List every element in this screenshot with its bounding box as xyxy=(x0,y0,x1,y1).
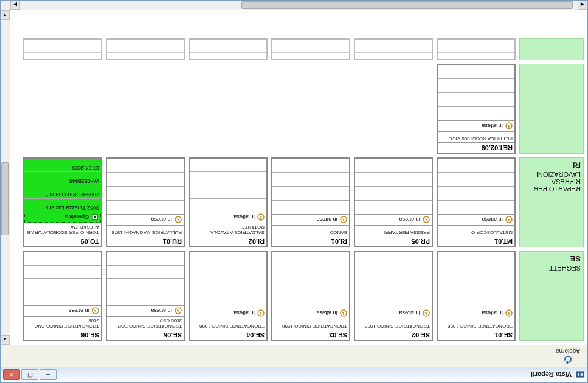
machine-card[interactable]: SE.06TRONCATRICE SINICO CNC 2008In attes… xyxy=(23,251,102,341)
grid-spacer xyxy=(13,251,19,341)
machine-status: In attesa xyxy=(438,214,514,225)
machine-card-empty[interactable] xyxy=(271,38,350,60)
card-row xyxy=(190,171,266,185)
card-row xyxy=(107,265,184,278)
machine-card[interactable]: MT.01METALLOSCOPIOIn attesa xyxy=(437,157,516,247)
status-label: In attesa xyxy=(151,217,172,223)
machine-card[interactable]: SE.03TRONCATRICE SINICO 1998In attesa xyxy=(271,251,350,341)
machine-card[interactable]: SE.04TRONCATRICE SINICO 1998In attesa xyxy=(189,251,268,341)
machine-card[interactable]: TO.09TORNIO PER SCOBOLATURA E ALESATURAO… xyxy=(23,157,102,247)
card-rows xyxy=(272,159,349,214)
app-icon xyxy=(575,370,585,380)
toolbar: Aggiorna xyxy=(1,345,587,367)
machine-desc: TRONCATRICE SINICO 1998 xyxy=(355,319,432,330)
viewport: SEGHETTISESE.01TRONCATRICE SINICO 1998In… xyxy=(1,1,587,345)
maximize-button[interactable]: ☐ xyxy=(21,370,38,381)
card-row xyxy=(438,294,514,308)
clock-icon xyxy=(340,310,347,317)
machine-code: SE.03 xyxy=(272,330,349,340)
clock-icon xyxy=(175,216,182,224)
status-label: In attesa xyxy=(399,217,420,223)
vertical-scrollbar[interactable]: ▲ ▼ xyxy=(1,10,10,345)
scroll-left-button[interactable]: ◀ xyxy=(578,1,587,10)
machine-card-empty[interactable] xyxy=(23,38,102,60)
card-row xyxy=(438,159,514,172)
machine-card[interactable]: RET.02.09RETTIFICA ROSSI 300 VICOIn atte… xyxy=(437,64,516,154)
card-row xyxy=(438,65,514,78)
machine-code: SE.04 xyxy=(190,330,266,340)
department-name: SEGHETTI xyxy=(522,264,581,272)
empty-slot xyxy=(189,64,268,154)
scroll-right-button[interactable]: ▶ xyxy=(10,1,20,10)
machine-desc: PRESSA PER TAPPI xyxy=(355,225,432,236)
scroll-down-button[interactable]: ▼ xyxy=(1,10,10,20)
hscroll-thumb[interactable] xyxy=(241,1,573,9)
machine-card-empty[interactable] xyxy=(354,38,433,60)
machine-card-empty[interactable] xyxy=(189,38,268,60)
clock-icon xyxy=(257,214,265,221)
department-name: REPARTO PER RIPRESA LAVORAZIONI xyxy=(522,171,581,193)
machine-card[interactable]: SE.01TRONCATRICE SINICO 1998In attesa xyxy=(437,251,516,341)
card-row xyxy=(190,266,266,280)
machine-card[interactable]: RI.01BANCOIn attesa xyxy=(271,157,350,247)
status-label: In attesa xyxy=(233,215,255,221)
machine-status: In attesa xyxy=(107,214,184,225)
card-row xyxy=(272,280,349,294)
card-row xyxy=(355,186,432,200)
horizontal-scrollbar[interactable]: ◀ ▶ xyxy=(10,1,587,10)
card-rows xyxy=(24,252,101,305)
machine-card[interactable]: RI.02SALDATRICE A TAVOLA ROTANTEIn attes… xyxy=(189,157,268,247)
svg-rect-0 xyxy=(576,373,584,378)
close-button[interactable]: ✕ xyxy=(3,370,20,381)
card-row xyxy=(438,106,514,120)
card-row xyxy=(272,172,349,186)
card-rows: 0052 Turazza Luciano2009-MOP-0008901 ^WA… xyxy=(24,159,101,212)
machine-code: SE.06 xyxy=(24,330,101,340)
refresh-button[interactable]: Aggiorna xyxy=(552,347,584,365)
machine-card[interactable]: PR.05PRESSA PER TAPPIIn attesa xyxy=(354,157,433,247)
card-row xyxy=(355,200,432,214)
scroll-area[interactable]: SEGHETTISESE.01TRONCATRICE SINICO 1998In… xyxy=(10,10,587,345)
card-row xyxy=(355,266,432,280)
machine-card-empty[interactable] xyxy=(106,38,185,60)
machine-card[interactable]: SE.05TRONCATRICE SINICO TOP 2000 CSVIn a… xyxy=(106,251,185,341)
machine-code: SE.01 xyxy=(438,330,514,340)
machine-desc: TRONCATRICE SINICO 1998 xyxy=(190,319,266,330)
minimize-button[interactable]: ─ xyxy=(40,370,57,381)
department-grid: SEGHETTISESE.01TRONCATRICE SINICO 1998In… xyxy=(10,35,587,345)
machine-code: RI.02 xyxy=(190,236,266,246)
card-rows xyxy=(438,159,514,214)
department-header xyxy=(519,38,584,60)
machine-card[interactable]: SE.02TRONCATRICE SINICO 1998In attesa xyxy=(354,251,433,341)
grid-spacer xyxy=(13,38,19,60)
card-row xyxy=(190,294,266,308)
vscroll-thumb[interactable] xyxy=(1,162,9,235)
empty-slot xyxy=(106,64,185,154)
machine-status: In attesa xyxy=(107,305,184,316)
card-row xyxy=(438,92,514,106)
status-label: In attesa xyxy=(233,311,255,317)
card-row xyxy=(24,252,101,265)
machine-desc: TRONCATRICE SINICO 1998 xyxy=(438,319,514,330)
status-label: Operativa xyxy=(65,214,89,220)
refresh-icon xyxy=(563,354,573,364)
card-row: 0052 Turazza Luciano xyxy=(24,198,101,212)
card-rows xyxy=(355,252,432,308)
department-header xyxy=(519,64,584,154)
machine-desc: TRONCATRICE SINICO TOP 2000 CSV xyxy=(107,316,184,330)
card-row xyxy=(107,172,184,186)
machine-card-empty[interactable] xyxy=(437,38,516,60)
scroll-up-button[interactable]: ▲ xyxy=(1,335,10,345)
machine-card[interactable]: RU.01RULLATRICE MAGNAGHI 1978In attesa xyxy=(106,157,185,247)
department-code: SE xyxy=(522,254,581,263)
card-rows xyxy=(438,65,514,120)
clock-icon xyxy=(257,310,265,317)
clock-icon xyxy=(340,216,347,224)
clock-icon xyxy=(92,308,99,315)
clock-icon xyxy=(505,123,513,130)
card-rows xyxy=(190,159,266,212)
machine-status: Operativa xyxy=(24,212,101,223)
card-row xyxy=(272,159,349,172)
card-row: WA0528445 xyxy=(24,171,101,185)
card-row xyxy=(438,280,514,294)
